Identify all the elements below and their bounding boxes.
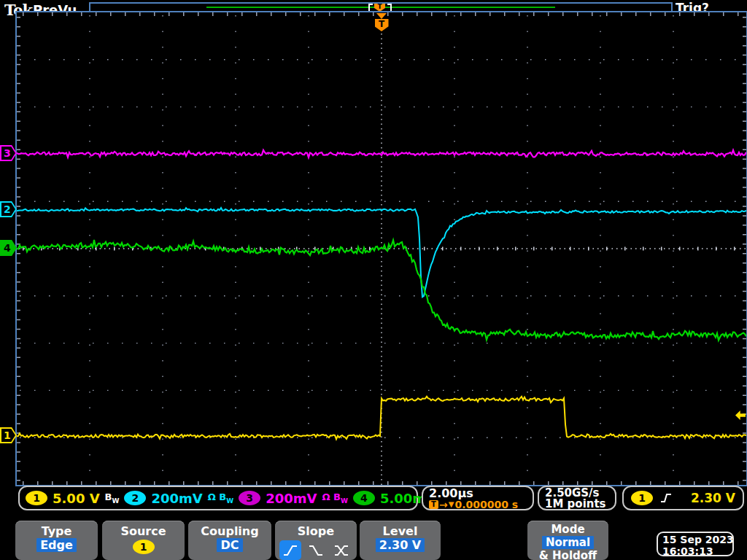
menu-mode-value: Normal [542,536,594,549]
trigger-t-chip-icon: T [429,500,438,509]
menu-coupling-value: DC [217,538,242,552]
channel-1-position-marker[interactable]: 1 [0,427,17,443]
slope-either-icon [334,544,349,557]
menu-coupling-label: Coupling [188,524,271,538]
menu-source-button[interactable]: Source 1 [102,521,185,560]
channel-readouts-group: 1 5.00 V BW 2 200mV Ω BW 3 200mV Ω BW 4 … [18,486,418,510]
ch3-trace [17,150,746,158]
channel-1-badge[interactable]: 1 [26,491,47,505]
menu-coupling-button[interactable]: Coupling DC [188,521,271,560]
menu-slope-label: Slope [275,524,357,538]
menu-type-label: Type [15,524,98,538]
waveform-display [17,12,746,485]
menu-mode-button[interactable]: Mode Normal & Holdoff [527,521,608,560]
channel-3-position-marker[interactable]: 3 [0,145,17,161]
channel-3-badge[interactable]: 3 [239,491,260,505]
acquisition-readout: 2.50GS/s 1M points [538,486,616,510]
menu-level-label: Level [360,524,441,538]
slope-rising-option[interactable] [279,540,301,560]
menu-source-label: Source [102,524,185,538]
oscilloscope-screen: Tek PreVu Trig? T T 3 2 4 1 1 5.00 V BW [0,0,747,560]
trigger-arrow-icon [376,13,387,19]
menu-level-button[interactable]: Level 2.30 V [360,521,441,560]
slope-falling-icon [309,544,323,557]
graticule: T [15,11,747,486]
slope-either-option[interactable] [330,540,352,560]
slope-falling-option[interactable] [305,540,327,560]
horizontal-readout: 2.00µs T→▼0.000000 s [422,486,534,510]
trigger-readout: 1 2.30 V [622,486,744,510]
channel-2-position-marker[interactable]: 2 [0,201,17,217]
datetime-display: 15 Sep 2023 16:03:13 [657,532,734,556]
menu-mode-label: Mode [527,523,608,536]
record-length: 1M points [545,499,609,510]
marker-number: 4 [0,240,17,256]
channel-2-badge[interactable]: 2 [124,491,146,505]
trigger-source-badge[interactable]: 1 [631,491,653,505]
date-text: 15 Sep 2023 [662,534,728,545]
channel-1-bw-limit-icon: BW [105,491,120,505]
menu-type-value: Edge [36,538,77,552]
channel-2-impedance-bw-icon: Ω BW [208,491,233,505]
trigger-position-marker-icon[interactable]: T [371,13,392,31]
channel-1-scale: 5.00 V [53,491,100,506]
slope-rising-icon [283,544,298,557]
channel-3-scale: 200mV [266,491,317,506]
channel-4-badge[interactable]: 4 [353,491,375,505]
channel-4-position-marker[interactable]: 4 [0,240,17,256]
trigger-t-icon: T [375,19,389,31]
time-text: 16:03:13 [662,545,728,557]
channel-2-scale: 200mV [151,491,202,506]
menu-source-value-badge: 1 [133,540,155,554]
marker-number: 2 [0,201,17,217]
menu-level-value: 2.30 V [376,538,425,552]
marker-number: 1 [0,427,17,443]
menu-slope-button[interactable]: Slope [275,521,357,560]
rising-edge-icon [660,492,672,504]
channel-3-impedance-bw-icon: Ω BW [322,491,347,505]
menu-mode-extra: & Holdoff [527,549,608,560]
time-per-div: 2.00µs [429,488,527,499]
marker-number: 3 [0,145,17,161]
trigger-position-readout: T→▼0.000000 s [429,499,527,510]
menu-type-button[interactable]: Type Edge [15,521,98,560]
trigger-level-readout: 2.30 V [691,491,735,505]
